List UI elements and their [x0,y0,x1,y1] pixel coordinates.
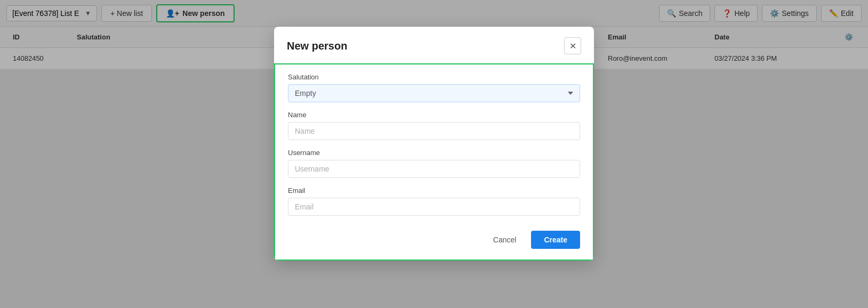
salutation-group: Salutation Empty Mr. Mrs. Ms. Dr. Prof. [288,73,580,102]
create-button[interactable]: Create [531,231,580,249]
modal-header: New person ✕ [274,27,594,63]
new-person-modal: New person ✕ Salutation Empty Mr. Mrs. M… [274,27,594,261]
cancel-button[interactable]: Cancel [485,231,525,248]
modal-title: New person [287,40,347,52]
email-group: Email [288,187,580,216]
username-group: Username [288,149,580,178]
modal-close-button[interactable]: ✕ [564,37,581,54]
close-icon: ✕ [569,41,576,51]
username-label: Username [288,149,580,157]
name-group: Name [288,111,580,140]
name-label: Name [288,111,580,119]
username-input[interactable] [288,160,580,178]
modal-body: Salutation Empty Mr. Mrs. Ms. Dr. Prof. … [274,63,594,261]
email-input[interactable] [288,198,580,216]
name-input[interactable] [288,122,580,140]
salutation-label: Salutation [288,73,580,81]
modal-overlay: New person ✕ Salutation Empty Mr. Mrs. M… [0,0,868,308]
salutation-select[interactable]: Empty Mr. Mrs. Ms. Dr. Prof. [288,84,580,102]
email-label: Email [288,187,580,194]
modal-footer: Cancel Create [288,224,580,249]
